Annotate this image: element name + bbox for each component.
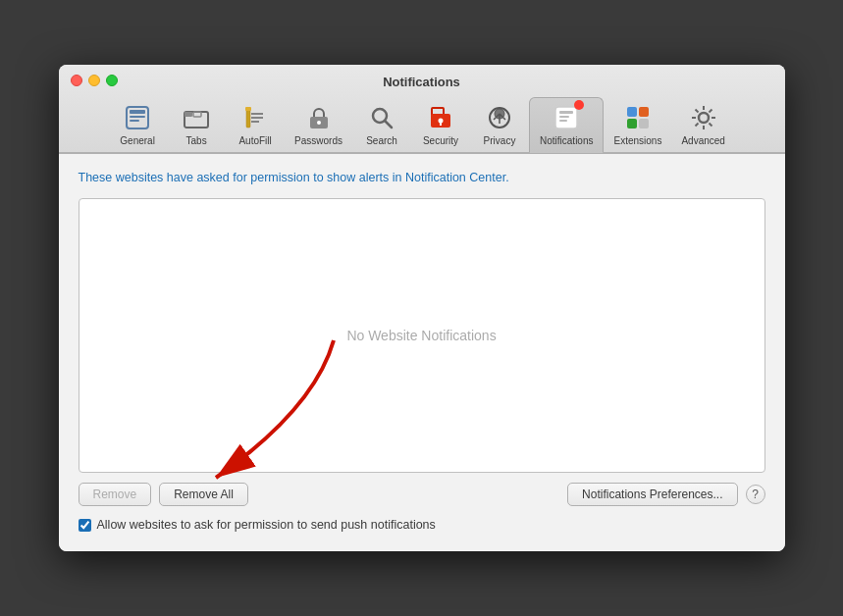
buttons-row: Remove Remove All Notifications Preferen… — [79, 483, 765, 506]
toolbar-label-security: Security — [423, 135, 458, 146]
toolbar-label-privacy: Privacy — [484, 135, 516, 146]
passwords-icon — [303, 102, 335, 133]
remove-button[interactable]: Remove — [79, 483, 152, 506]
svg-point-10 — [317, 121, 321, 125]
notification-badge — [574, 100, 584, 110]
toolbar-item-privacy[interactable]: Privacy — [470, 98, 529, 152]
toolbar-item-passwords[interactable]: Passwords — [285, 98, 352, 152]
svg-line-34 — [709, 109, 711, 112]
empty-message: No Website Notifications — [346, 328, 496, 343]
svg-point-15 — [439, 118, 444, 123]
svg-point-27 — [699, 113, 709, 123]
help-button[interactable]: ? — [746, 485, 765, 504]
toolbar-item-tabs[interactable]: Tabs — [167, 98, 226, 152]
toolbar-label-advanced: Advanced — [681, 135, 724, 146]
svg-rect-20 — [559, 111, 573, 114]
svg-line-32 — [695, 109, 698, 112]
toolbar-item-autofill[interactable]: AutoFill — [226, 98, 285, 152]
notifications-icon — [551, 102, 582, 133]
toolbar-label-search: Search — [366, 135, 397, 146]
notifications-preferences-button[interactable]: Notifications Preferences... — [567, 483, 737, 506]
svg-rect-25 — [627, 119, 637, 128]
tabs-icon — [181, 102, 212, 133]
checkbox-row: Allow websites to ask for permission to … — [79, 518, 765, 532]
search-icon — [366, 102, 397, 133]
content-area: These websites have asked for permission… — [59, 153, 785, 552]
minimize-button[interactable] — [88, 75, 100, 86]
toolbar-item-notifications[interactable]: Notifications — [529, 97, 604, 153]
toolbar-label-autofill: AutoFill — [238, 135, 271, 146]
svg-line-33 — [709, 123, 711, 126]
toolbar-item-extensions[interactable]: Extensions — [604, 98, 671, 152]
toolbar-label-passwords: Passwords — [294, 135, 342, 146]
svg-rect-23 — [627, 107, 637, 117]
toolbar: General Tabs — [59, 97, 785, 152]
toolbar-item-advanced[interactable]: Advanced — [671, 98, 734, 152]
svg-rect-5 — [184, 112, 192, 117]
svg-rect-6 — [193, 112, 201, 117]
svg-rect-26 — [639, 119, 649, 128]
svg-rect-21 — [559, 116, 569, 118]
extensions-icon — [622, 102, 654, 133]
websites-list: No Website Notifications — [79, 198, 765, 473]
svg-rect-2 — [130, 116, 145, 118]
svg-rect-3 — [130, 120, 139, 122]
window-controls — [71, 75, 118, 86]
autofill-icon — [239, 102, 271, 133]
toolbar-label-notifications: Notifications — [540, 135, 593, 146]
svg-line-35 — [695, 123, 698, 126]
maximize-button[interactable] — [106, 75, 118, 86]
close-button[interactable] — [71, 75, 82, 86]
toolbar-label-general: General — [120, 135, 155, 146]
toolbar-label-tabs: Tabs — [186, 135, 207, 146]
svg-line-12 — [385, 121, 392, 128]
toolbar-label-extensions: Extensions — [613, 135, 661, 146]
preferences-window: Notifications General — [59, 65, 785, 552]
svg-rect-8 — [245, 107, 251, 111]
toolbar-item-general[interactable]: General — [108, 98, 167, 152]
svg-rect-1 — [130, 110, 145, 114]
allow-push-label[interactable]: Allow websites to ask for permission to … — [97, 518, 436, 532]
remove-all-button[interactable]: Remove All — [159, 483, 248, 506]
info-text: These websites have asked for permission… — [79, 170, 765, 187]
allow-push-checkbox[interactable] — [79, 519, 91, 532]
svg-rect-22 — [559, 120, 567, 122]
toolbar-item-security[interactable]: Security — [411, 98, 470, 152]
privacy-icon — [484, 102, 515, 133]
general-icon — [122, 102, 153, 133]
security-icon — [425, 102, 456, 133]
advanced-icon — [688, 102, 719, 133]
window-title: Notifications — [59, 75, 785, 89]
svg-rect-24 — [639, 107, 649, 117]
toolbar-item-search[interactable]: Search — [352, 98, 411, 152]
titlebar: Notifications General — [59, 65, 785, 153]
